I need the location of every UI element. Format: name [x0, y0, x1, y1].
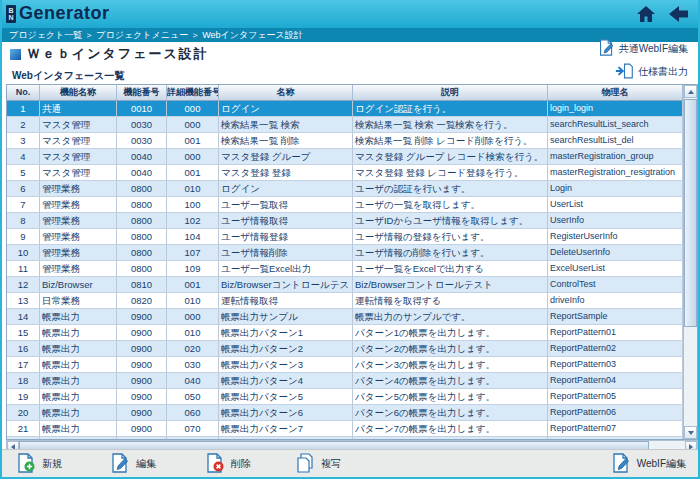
table-row[interactable]: 11管理業務0800109ユーザ一覧Excel出力ユーザ一覧をExcelで出力す… — [7, 261, 683, 277]
column-header[interactable]: 詳細機能番号 — [167, 85, 219, 100]
table-cell: 9 — [7, 229, 40, 244]
table-row[interactable]: 22帳票出力0900080帳票出力パターン8パターン8の帳票を出力します。Rep… — [7, 437, 683, 439]
table-cell: 16 — [7, 341, 40, 356]
table-cell: ReportPattern04 — [548, 373, 683, 388]
home-icon[interactable] — [636, 4, 656, 24]
spec-output-button[interactable]: 仕様書出力 — [615, 63, 688, 81]
scroll-up-button[interactable] — [684, 85, 697, 98]
table-cell: パターン7の帳票を出力します。 — [353, 421, 548, 436]
table-cell: Login — [548, 181, 683, 196]
table-cell: UserList — [548, 197, 683, 212]
table-row[interactable]: 20帳票出力0900060帳票出力パターン6パターン6の帳票を出力します。Rep… — [7, 405, 683, 421]
edit-button[interactable]: 編集 — [110, 453, 156, 475]
table-cell: 080 — [167, 437, 219, 439]
table-cell: 0040 — [117, 149, 167, 164]
top-actions: 共通WebIF編集 仕様書出力 — [598, 39, 688, 81]
column-header[interactable]: 機能名称 — [40, 85, 117, 100]
table-cell: 帳票出力パターン2 — [219, 341, 353, 356]
table-cell: ControlTest — [548, 277, 683, 292]
table-body: 1共通0010000ログインログイン認証を行う。login_login2マスタ管… — [7, 101, 683, 439]
scroll-down-button[interactable] — [684, 426, 697, 439]
table-cell: Biz/Browserコントロールテスト — [219, 277, 353, 292]
table-row[interactable]: 19帳票出力0900050帳票出力パターン5パターン5の帳票を出力します。Rep… — [7, 389, 683, 405]
table-cell: パターン6の帳票を出力します。 — [353, 405, 548, 420]
table-cell: UserInfo — [548, 213, 683, 228]
table-cell: 000 — [167, 117, 219, 132]
table-row[interactable]: 15帳票出力0900010帳票出力パターン1パターン1の帳票を出力します。Rep… — [7, 325, 683, 341]
table-row[interactable]: 18帳票出力0900040帳票出力パターン4パターン4の帳票を出力します。Rep… — [7, 373, 683, 389]
table-cell: 001 — [167, 133, 219, 148]
column-header[interactable]: No. — [7, 85, 40, 100]
table-cell: マスタ管理 — [40, 133, 117, 148]
table-cell: 0900 — [117, 325, 167, 340]
table-cell: 管理業務 — [40, 245, 117, 260]
new-button[interactable]: 新規 — [16, 453, 62, 475]
table-cell: 0900 — [117, 437, 167, 439]
table-cell: 帳票出力 — [40, 405, 117, 420]
table-row[interactable]: 2マスタ管理0030000検索結果一覧 検索検索結果一覧 検索 一覧検索を行う。… — [7, 117, 683, 133]
table-row[interactable]: 7管理業務0800100ユーザ一覧取得ユーザの一覧を取得します。UserList — [7, 197, 683, 213]
table-row[interactable]: 10管理業務0800107ユーザ情報削除ユーザ情報の削除を行います。Delete… — [7, 245, 683, 261]
table-cell: 3 — [7, 133, 40, 148]
table-row[interactable]: 6管理業務0800010ログインユーザの認証を行います。Login — [7, 181, 683, 197]
vertical-scroll-thumb[interactable] — [684, 99, 697, 327]
delete-button[interactable]: 削除 — [205, 453, 251, 475]
column-header[interactable]: 名称 — [219, 85, 353, 100]
table-cell: パターン2の帳票を出力します。 — [353, 341, 548, 356]
column-header[interactable]: 説明 — [353, 85, 548, 100]
webif-edit-button[interactable]: WebIF編集 — [611, 453, 686, 475]
logo-text: Generator — [19, 3, 110, 24]
edit-document-icon — [611, 453, 631, 475]
table-cell: マスタ管理 — [40, 117, 117, 132]
column-header[interactable]: 物理名 — [548, 85, 683, 100]
table-row[interactable]: 21帳票出力0900070帳票出力パターン7パターン7の帳票を出力します。Rep… — [7, 421, 683, 437]
spec-output-label: 仕様書出力 — [638, 65, 688, 79]
table-cell: 管理業務 — [40, 213, 117, 228]
table-row[interactable]: 8管理業務0800102ユーザ情報取得ユーザIDからユーザ情報を取得します。Us… — [7, 213, 683, 229]
table-row[interactable]: 3マスタ管理0030001検索結果一覧 削除検索結果一覧 削除 レコード削除を行… — [7, 133, 683, 149]
common-webif-edit-button[interactable]: 共通WebIF編集 — [598, 39, 688, 58]
table-cell: 共通 — [40, 101, 117, 116]
table-row[interactable]: 17帳票出力0900030帳票出力パターン3パターン3の帳票を出力します。Rep… — [7, 357, 683, 373]
table-cell: ユーザ情報取得 — [219, 213, 353, 228]
table-cell: 0900 — [117, 421, 167, 436]
table-row[interactable]: 12Biz/Browser0810001Biz/Browserコントロールテスト… — [7, 277, 683, 293]
table-row[interactable]: 16帳票出力0900020帳票出力パターン2パターン2の帳票を出力します。Rep… — [7, 341, 683, 357]
table-cell: 4 — [7, 149, 40, 164]
table-cell: 帳票出力パターン4 — [219, 373, 353, 388]
table-cell: 0800 — [117, 261, 167, 276]
table-cell: 010 — [167, 181, 219, 196]
table-cell: login_login — [548, 101, 683, 116]
table-cell: 0820 — [117, 293, 167, 308]
table-row[interactable]: 9管理業務0800104ユーザ情報登録ユーザ情報の登録を行います。Registe… — [7, 229, 683, 245]
table-row[interactable]: 4マスタ管理0040000マスタ登録 グループマスタ登録 グループ レコード検索… — [7, 149, 683, 165]
table-cell: 検索結果一覧 削除 レコード削除を行う。 — [353, 133, 548, 148]
column-header[interactable]: 機能番号 — [117, 85, 167, 100]
table-cell: 帳票出力パターン8 — [219, 437, 353, 439]
table-row[interactable]: 14帳票出力0900000帳票出力サンプル帳票出力のサンプルです。ReportS… — [7, 309, 683, 325]
table-row[interactable]: 1共通0010000ログインログイン認証を行う。login_login — [7, 101, 683, 117]
table-cell: 0900 — [117, 373, 167, 388]
table-cell: RegisterUserInfo — [548, 229, 683, 244]
table-cell: 11 — [7, 261, 40, 276]
breadcrumb[interactable]: プロジェクト一覧 ＞ プロジェクトメニュー ＞ Webインタフェース設計 — [2, 28, 698, 42]
table-cell: 0010 — [117, 101, 167, 116]
table-cell: 0030 — [117, 117, 167, 132]
table-cell: ユーザIDからユーザ情報を取得します。 — [353, 213, 548, 228]
table-cell: 060 — [167, 405, 219, 420]
table-cell: ユーザの一覧を取得します。 — [353, 197, 548, 212]
table-cell: ReportPattern03 — [548, 357, 683, 372]
table-row[interactable]: 5マスタ管理0040001マスタ登録 登録マスタ登録 登録 レコード登録を行う。… — [7, 165, 683, 181]
table-cell: 001 — [167, 277, 219, 292]
vertical-scrollbar[interactable] — [683, 85, 697, 439]
table-cell: マスタ登録 登録 レコード登録を行う。 — [353, 165, 548, 180]
table-cell: マスタ管理 — [40, 165, 117, 180]
table-cell: 管理業務 — [40, 229, 117, 244]
table-row[interactable]: 13日常業務0820010運転情報取得運転情報を取得するdriveInfo — [7, 293, 683, 309]
new-document-icon — [16, 453, 36, 475]
back-icon[interactable] — [668, 4, 690, 24]
table-cell: 17 — [7, 357, 40, 372]
table-cell: 040 — [167, 373, 219, 388]
table-cell: 070 — [167, 421, 219, 436]
copy-button[interactable]: 複写 — [295, 453, 341, 475]
